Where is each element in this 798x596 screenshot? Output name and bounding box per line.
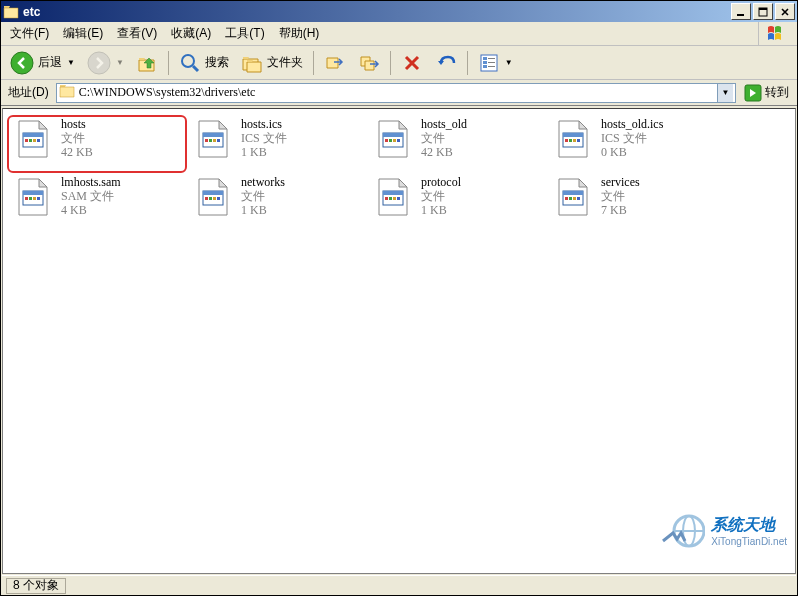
- file-type: ICS 文件: [241, 131, 287, 145]
- file-icon: [369, 117, 417, 161]
- views-button[interactable]: ▼: [473, 49, 518, 77]
- svg-rect-36: [573, 139, 576, 142]
- svg-rect-7: [483, 57, 487, 60]
- close-button[interactable]: [775, 3, 795, 20]
- file-item[interactable]: lmhosts.sam SAM 文件 4 KB: [7, 173, 187, 231]
- svg-rect-41: [29, 197, 32, 200]
- svg-rect-59: [569, 197, 572, 200]
- up-button[interactable]: [131, 49, 163, 77]
- back-label: 后退: [38, 54, 62, 71]
- file-item[interactable]: hosts 文件 42 KB: [7, 115, 187, 173]
- undo-button[interactable]: [430, 49, 462, 77]
- address-combo[interactable]: C:\WINDOWS\system32\drivers\etc ▼: [56, 83, 736, 103]
- chevron-down-icon[interactable]: ▼: [717, 84, 733, 102]
- search-button[interactable]: 搜索: [174, 49, 234, 77]
- separator: [467, 51, 468, 75]
- file-area[interactable]: hosts 文件 42 KB hosts.ics ICS 文件 1 KB hos…: [2, 108, 796, 574]
- file-info: lmhosts.sam SAM 文件 4 KB: [61, 175, 121, 217]
- file-name: hosts: [61, 117, 93, 131]
- svg-rect-30: [393, 139, 396, 142]
- menu-favorites[interactable]: 收藏(A): [164, 23, 218, 44]
- svg-rect-61: [577, 197, 580, 200]
- status-objects: 8 个对象: [6, 578, 66, 594]
- svg-rect-8: [483, 61, 487, 64]
- file-type: 文件: [421, 189, 461, 203]
- file-type: SAM 文件: [61, 189, 121, 203]
- minimize-button[interactable]: [731, 3, 751, 20]
- svg-rect-19: [37, 139, 40, 142]
- svg-rect-47: [209, 197, 212, 200]
- file-item[interactable]: hosts_old 文件 42 KB: [367, 115, 547, 173]
- address-label: 地址(D): [5, 84, 52, 101]
- folders-button[interactable]: 文件夹: [236, 49, 308, 77]
- svg-rect-53: [389, 197, 392, 200]
- menu-help[interactable]: 帮助(H): [272, 23, 327, 44]
- copy-to-button[interactable]: [353, 49, 385, 77]
- maximize-button[interactable]: [753, 3, 773, 20]
- menu-file[interactable]: 文件(F): [3, 23, 56, 44]
- svg-rect-37: [577, 139, 580, 142]
- file-icon: [369, 175, 417, 219]
- svg-point-4: [88, 52, 110, 74]
- svg-rect-55: [397, 197, 400, 200]
- svg-rect-25: [217, 139, 220, 142]
- svg-rect-42: [33, 197, 36, 200]
- svg-point-5: [182, 55, 194, 67]
- chevron-down-icon: ▼: [116, 58, 124, 67]
- menu-edit[interactable]: 编辑(E): [56, 23, 110, 44]
- chevron-down-icon: ▼: [67, 58, 75, 67]
- watermark-url: XiTongTianDi.net: [711, 536, 787, 547]
- svg-rect-49: [217, 197, 220, 200]
- svg-rect-48: [213, 197, 216, 200]
- menu-tools[interactable]: 工具(T): [218, 23, 271, 44]
- back-button[interactable]: 后退 ▼: [5, 49, 80, 77]
- file-name: hosts_old: [421, 117, 467, 131]
- svg-rect-46: [205, 197, 208, 200]
- delete-button[interactable]: [396, 49, 428, 77]
- svg-rect-21: [203, 133, 223, 137]
- file-size: 1 KB: [241, 203, 285, 217]
- chevron-down-icon: ▼: [505, 58, 513, 67]
- file-type: 文件: [241, 189, 285, 203]
- folder-icon: [3, 4, 19, 20]
- svg-rect-17: [29, 139, 32, 142]
- window-title: etc: [23, 5, 731, 19]
- file-item[interactable]: hosts.ics ICS 文件 1 KB: [187, 115, 367, 173]
- svg-rect-24: [213, 139, 216, 142]
- file-icon: [9, 175, 57, 219]
- file-item[interactable]: networks 文件 1 KB: [187, 173, 367, 231]
- svg-point-3: [11, 52, 33, 74]
- file-name: hosts_old.ics: [601, 117, 663, 131]
- svg-rect-54: [393, 197, 396, 200]
- file-info: hosts_old.ics ICS 文件 0 KB: [601, 117, 663, 159]
- svg-rect-58: [565, 197, 568, 200]
- file-item[interactable]: services 文件 7 KB: [547, 173, 727, 231]
- watermark-cn: 系统天地: [711, 515, 787, 536]
- move-to-button[interactable]: [319, 49, 351, 77]
- address-path: C:\WINDOWS\system32\drivers\etc: [79, 85, 713, 100]
- file-icon: [549, 175, 597, 219]
- file-size: 4 KB: [61, 203, 121, 217]
- file-type: 文件: [601, 189, 640, 203]
- svg-rect-28: [385, 139, 388, 142]
- menu-view[interactable]: 查看(V): [110, 23, 164, 44]
- menubar: 文件(F) 编辑(E) 查看(V) 收藏(A) 工具(T) 帮助(H): [1, 22, 797, 46]
- file-item[interactable]: protocol 文件 1 KB: [367, 173, 547, 231]
- file-item[interactable]: hosts_old.ics ICS 文件 0 KB: [547, 115, 727, 173]
- file-size: 1 KB: [421, 203, 461, 217]
- file-size: 7 KB: [601, 203, 640, 217]
- svg-rect-9: [483, 65, 487, 68]
- svg-rect-12: [488, 66, 495, 67]
- svg-rect-39: [23, 191, 43, 195]
- go-button[interactable]: 转到: [740, 83, 793, 103]
- forward-button[interactable]: ▼: [82, 49, 129, 77]
- file-size: 0 KB: [601, 145, 663, 159]
- titlebar[interactable]: etc: [1, 1, 797, 22]
- svg-rect-33: [563, 133, 583, 137]
- folders-label: 文件夹: [267, 54, 303, 71]
- file-info: hosts 文件 42 KB: [61, 117, 93, 159]
- file-icon: [549, 117, 597, 161]
- svg-rect-60: [573, 197, 576, 200]
- window-controls: [731, 3, 795, 20]
- windows-logo-icon: [758, 22, 794, 46]
